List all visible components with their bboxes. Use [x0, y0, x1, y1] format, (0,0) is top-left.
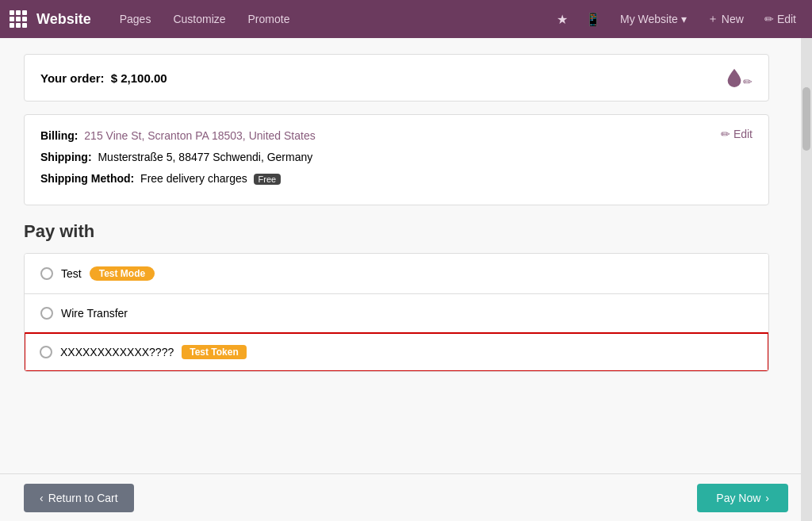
- test-mode-badge: Test Mode: [90, 266, 155, 281]
- payment-options-container: Test Test Mode Wire Transfer XXXXXXXXXXX…: [24, 253, 769, 372]
- billing-edit-label: Edit: [733, 128, 753, 140]
- nav-promote[interactable]: Promote: [239, 8, 300, 30]
- edit-icon: ✏: [721, 128, 730, 140]
- payment-wire-name: Wire Transfer: [61, 307, 128, 320]
- shipping-method-line: Shipping Method: Free delivery charges F…: [40, 170, 316, 187]
- billing-card: Billing: 215 Vine St, Scranton PA 18503,…: [24, 114, 769, 205]
- order-amount-area: Your order: $ 2,100.00: [40, 71, 167, 85]
- test-token-badge: Test Token: [182, 345, 247, 359]
- pay-now-button[interactable]: Pay Now ›: [697, 484, 788, 512]
- shipping-label: Shipping:: [40, 151, 92, 163]
- radio-xxxx[interactable]: [40, 346, 52, 358]
- shipping-method-value: Free delivery charges: [140, 172, 247, 185]
- order-summary-row: Your order: $ 2,100.00 ✏: [40, 67, 753, 88]
- radio-wire[interactable]: [40, 307, 53, 320]
- topbar-right: ★ 📱 My Website ▾ ＋ New ✏ Edit: [552, 9, 802, 30]
- new-button[interactable]: ＋ New: [701, 9, 750, 29]
- shipping-method-label: Shipping Method:: [40, 172, 134, 185]
- brand-name[interactable]: Website: [36, 11, 91, 28]
- free-badge: Free: [254, 174, 282, 185]
- payment-option-xxxx[interactable]: XXXXXXXXXXXX???? Test Token: [24, 332, 769, 372]
- order-label: Your order: $ 2,100.00: [40, 71, 167, 85]
- order-summary-card: Your order: $ 2,100.00 ✏: [24, 54, 769, 102]
- star-icon[interactable]: ★: [552, 9, 573, 30]
- return-to-cart-label: Return to Cart: [48, 492, 118, 504]
- shipping-address: Musterstraße 5, 88477 Schwendi, Germany: [98, 151, 312, 163]
- billing-edit-btn[interactable]: ✏ Edit: [721, 128, 753, 140]
- edit-label: Edit: [777, 13, 796, 25]
- plus-icon: ＋: [707, 12, 718, 26]
- radio-test[interactable]: [40, 267, 53, 280]
- action-bar: ‹ Return to Cart Pay Now ›: [0, 473, 812, 521]
- billing-label: Billing:: [40, 129, 78, 142]
- payment-xxxx-name: XXXXXXXXXXXX????: [60, 346, 174, 358]
- pay-with-title: Pay with: [24, 221, 769, 242]
- grid-icon[interactable]: [10, 10, 27, 28]
- main-content: Your order: $ 2,100.00 ✏ Billing: 215 Vi…: [0, 38, 793, 521]
- shipping-line: Shipping: Musterstraße 5, 88477 Schwendi…: [40, 149, 316, 166]
- chevron-down-icon: ▾: [681, 13, 687, 25]
- my-website-label: My Website: [620, 13, 678, 25]
- pencil-icon: ✏: [764, 13, 774, 25]
- pencil-small-icon[interactable]: ✏: [743, 75, 753, 88]
- nav-pages[interactable]: Pages: [110, 8, 161, 30]
- order-drop-area: ✏: [726, 67, 753, 88]
- scrollbar[interactable]: [801, 38, 812, 521]
- billing-info: Billing: 215 Vine St, Scranton PA 18503,…: [40, 128, 316, 192]
- chevron-left-icon: ‹: [40, 492, 44, 504]
- your-order-text: Your order:: [40, 71, 105, 85]
- topbar: Website Pages Customize Promote ★ 📱 My W…: [0, 0, 812, 38]
- scrollbar-thumb[interactable]: [802, 87, 810, 151]
- new-label: New: [722, 13, 744, 25]
- mobile-icon[interactable]: 📱: [580, 9, 606, 30]
- nav-customize[interactable]: Customize: [163, 8, 235, 30]
- payment-option-test[interactable]: Test Test Mode: [25, 254, 768, 294]
- pay-now-label: Pay Now: [716, 492, 760, 504]
- chevron-right-icon: ›: [765, 492, 769, 504]
- drop-icon: [726, 67, 743, 88]
- payment-test-name: Test: [61, 267, 82, 280]
- payment-option-wire[interactable]: Wire Transfer: [25, 294, 768, 333]
- my-website-dropdown[interactable]: My Website ▾: [614, 10, 693, 29]
- billing-address[interactable]: 215 Vine St, Scranton PA 18503, United S…: [84, 129, 315, 142]
- billing-line: Billing: 215 Vine St, Scranton PA 18503,…: [40, 128, 316, 144]
- edit-button[interactable]: ✏ Edit: [758, 10, 802, 29]
- top-nav: Pages Customize Promote: [110, 8, 546, 30]
- order-amount-value: $ 2,100.00: [111, 71, 167, 85]
- return-to-cart-button[interactable]: ‹ Return to Cart: [24, 484, 134, 512]
